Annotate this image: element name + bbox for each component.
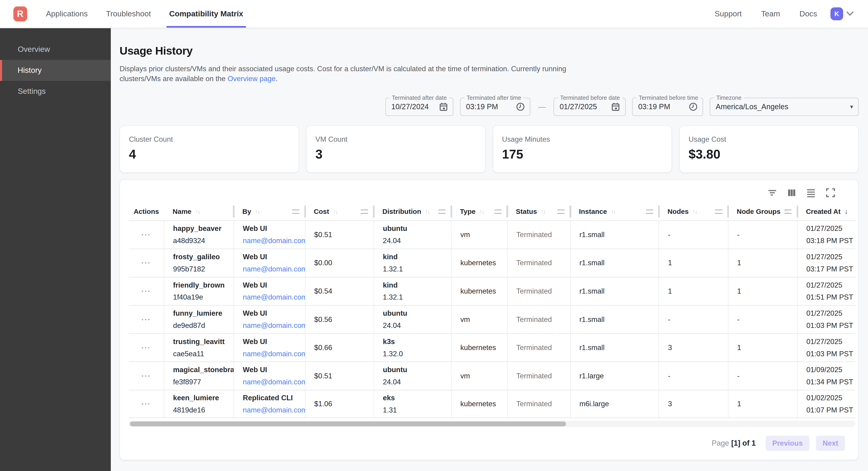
cell-instance: r1.small bbox=[570, 249, 659, 277]
scrollbar-thumb[interactable] bbox=[130, 421, 566, 426]
sort-icon[interactable]: ↑↓ bbox=[425, 208, 429, 215]
sidebar-item-history[interactable]: History bbox=[0, 60, 111, 81]
cell-created-at-line-1: 01/27/2025 bbox=[806, 281, 856, 289]
email-link[interactable]: name@domain.com bbox=[243, 237, 305, 245]
cell-created-at-line-1: 01/27/2025 bbox=[806, 309, 856, 318]
row-actions-button[interactable]: ••• bbox=[142, 317, 151, 323]
column-header-by[interactable]: By↑↓ bbox=[234, 203, 305, 220]
email-link[interactable]: name@domain.com bbox=[243, 321, 305, 330]
sidebar-item-overview[interactable]: Overview bbox=[0, 39, 111, 60]
column-drag-handle-icon[interactable] bbox=[494, 209, 501, 214]
nav-item-docs[interactable]: Docs bbox=[799, 0, 817, 28]
terminated-after-time-input[interactable]: Terminated after time 03:19 PM bbox=[460, 98, 530, 116]
fullscreen-icon[interactable] bbox=[826, 188, 835, 198]
email-link[interactable]: name@domain.com bbox=[243, 378, 305, 386]
columns-icon[interactable] bbox=[787, 188, 797, 198]
row-actions-button[interactable]: ••• bbox=[142, 373, 151, 379]
terminated-after-date-input[interactable]: Terminated after date 10/27/2024 bbox=[385, 98, 454, 116]
filter-icon[interactable] bbox=[767, 188, 777, 198]
sort-icon[interactable]: ↑↓ bbox=[541, 208, 545, 215]
next-button[interactable]: Next bbox=[816, 436, 845, 451]
cell-type-value: kubernetes bbox=[460, 400, 507, 408]
cell-cost: $0.00 bbox=[305, 249, 374, 277]
column-drag-handle-icon[interactable] bbox=[438, 209, 445, 214]
cell-type-value: kubernetes bbox=[460, 287, 507, 295]
sidebar-item-settings[interactable]: Settings bbox=[0, 81, 111, 102]
clock-icon[interactable] bbox=[516, 102, 525, 111]
terminated-before-date-input[interactable]: Terminated before date 01/27/2025 bbox=[554, 98, 625, 116]
cell-cost: $0.51 bbox=[305, 362, 374, 390]
email-link[interactable]: name@domain.com bbox=[243, 293, 305, 301]
cell-name-line-1: magical_stonebraker bbox=[173, 366, 234, 374]
email-link[interactable]: name@domain.com bbox=[243, 350, 305, 358]
density-icon[interactable] bbox=[806, 188, 816, 198]
sorted-desc-icon[interactable]: ↓ bbox=[844, 207, 848, 216]
column-header-name[interactable]: Name↑↓ bbox=[164, 203, 234, 220]
user-avatar[interactable]: K bbox=[831, 7, 843, 20]
cell-name-line-1: keen_lumiere bbox=[173, 394, 234, 402]
by-source: Replicated CLI bbox=[243, 394, 305, 402]
column-header-status[interactable]: Status↑↓ bbox=[507, 203, 570, 220]
stat-card-cluster-count: Cluster Count 4 bbox=[120, 125, 299, 173]
sort-icon[interactable]: ↑↓ bbox=[692, 208, 697, 215]
cell-created-at: 01/27/202503:18 PM PST bbox=[797, 221, 856, 249]
row-actions-button[interactable]: ••• bbox=[142, 260, 151, 266]
row-actions-button[interactable]: ••• bbox=[142, 345, 151, 351]
column-drag-handle-icon[interactable] bbox=[557, 209, 564, 214]
terminated-before-time-input[interactable]: Terminated before time 03:19 PM bbox=[632, 98, 703, 116]
sort-icon[interactable]: ↑↓ bbox=[611, 208, 615, 215]
nav-item-team[interactable]: Team bbox=[761, 0, 780, 28]
nav-item-applications[interactable]: Applications bbox=[46, 0, 88, 28]
replicated-logo[interactable]: R bbox=[13, 6, 27, 22]
email-link[interactable]: name@domain.com bbox=[243, 265, 305, 273]
cell-type: vm bbox=[451, 305, 507, 333]
table-row: •••frosty_galileo995b7182Web UIname@doma… bbox=[129, 248, 855, 277]
sort-icon[interactable]: ↑↓ bbox=[195, 208, 200, 215]
table-body: •••happy_beavera48d9324Web UIname@domain… bbox=[129, 220, 855, 418]
cell-by: Web UIname@domain.com bbox=[234, 305, 305, 333]
cell-name: friendly_brown1f40a19e bbox=[164, 277, 234, 305]
column-drag-handle-icon[interactable] bbox=[292, 209, 299, 214]
cell-node-groups: 1 bbox=[728, 277, 797, 305]
column-header-nodes[interactable]: Nodes↑↓ bbox=[659, 203, 728, 220]
cell-name: keen_lumiere4819de16 bbox=[164, 390, 234, 418]
chevron-down-icon[interactable] bbox=[846, 11, 854, 17]
cell-created-at-line-1: 01/09/2025 bbox=[806, 366, 856, 374]
row-actions-button[interactable]: ••• bbox=[142, 232, 151, 238]
column-header-distribution[interactable]: Distribution↑↓ bbox=[374, 203, 451, 220]
column-drag-handle-icon[interactable] bbox=[715, 209, 722, 214]
sort-icon[interactable]: ↑↓ bbox=[255, 208, 259, 215]
column-header-actions[interactable]: Actions bbox=[129, 203, 163, 220]
sort-icon[interactable]: ↑↓ bbox=[479, 208, 484, 215]
overview-page-link[interactable]: Overview page bbox=[227, 75, 276, 83]
email-link[interactable]: name@domain.com bbox=[243, 406, 305, 414]
sort-icon[interactable]: ↑↓ bbox=[333, 208, 338, 215]
column-drag-handle-icon[interactable] bbox=[784, 209, 792, 214]
cell-distribution: ubuntu24.04 bbox=[374, 221, 451, 249]
nav-item-troubleshoot[interactable]: Troubleshoot bbox=[106, 0, 151, 28]
cell-name-line-2: fe3f8977 bbox=[173, 378, 234, 386]
timezone-select[interactable]: Timezone America/Los_Angeles ▾ bbox=[710, 98, 859, 116]
horizontal-scrollbar[interactable] bbox=[129, 421, 855, 427]
previous-button[interactable]: Previous bbox=[766, 436, 809, 451]
clock-icon[interactable] bbox=[689, 102, 698, 111]
row-actions-button[interactable]: ••• bbox=[142, 288, 151, 294]
cell-status: Terminated bbox=[507, 390, 570, 418]
nav-item-support[interactable]: Support bbox=[715, 0, 742, 28]
column-drag-handle-icon[interactable] bbox=[646, 209, 653, 214]
column-header-node_groups[interactable]: Node Groups↑↓ bbox=[728, 203, 797, 220]
cell-node-groups: 1 bbox=[728, 249, 797, 277]
column-header-instance[interactable]: Instance↑↓ bbox=[570, 203, 659, 220]
cell-instance: r1.large bbox=[570, 362, 659, 390]
calendar-icon[interactable] bbox=[611, 102, 620, 111]
column-header-type[interactable]: Type↑↓ bbox=[451, 203, 507, 220]
cell-by: Web UIname@domain.com bbox=[234, 221, 305, 249]
cell-distribution-line-2: 1.32.1 bbox=[383, 265, 451, 273]
nav-item-compatibility-matrix[interactable]: Compatibility Matrix bbox=[169, 0, 243, 28]
cell-created-at: 01/09/202501:34 PM PST bbox=[797, 362, 856, 390]
column-header-cost[interactable]: Cost↑↓ bbox=[305, 203, 374, 220]
column-drag-handle-icon[interactable] bbox=[361, 209, 368, 214]
calendar-icon[interactable] bbox=[439, 102, 448, 111]
row-actions-button[interactable]: ••• bbox=[142, 401, 151, 407]
column-header-created_at[interactable]: Created At↓ bbox=[797, 203, 856, 220]
